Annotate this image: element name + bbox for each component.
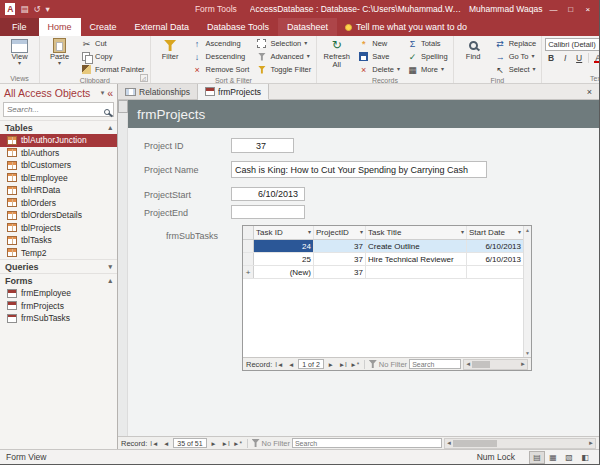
new-record-button[interactable]: ►* (233, 438, 243, 449)
new-row-selector[interactable]: + (243, 266, 254, 278)
filter-status[interactable]: No Filter (369, 360, 407, 369)
next-record-button[interactable]: ► (209, 438, 219, 449)
sidebar-item-tblAuthors[interactable]: tblAuthors (0, 147, 117, 160)
sidebar-item-tblOrdersDetails[interactable]: tblOrdersDetails (0, 209, 117, 222)
sidebar-item-tblEmployee[interactable]: tblEmployee (0, 172, 117, 185)
column-header-task-id[interactable]: Task ID ▾ (254, 226, 314, 239)
sidebar-item-tblCustomers[interactable]: tblCustomers (0, 159, 117, 172)
quick-access-dropdown-icon[interactable]: ▾ (46, 4, 50, 14)
descending-button[interactable]: ↓ Descending (190, 50, 252, 63)
filter-button[interactable]: Filter (154, 37, 187, 61)
find-button[interactable]: Find (457, 37, 490, 61)
scroll-right-icon[interactable]: ► (588, 440, 594, 446)
cell-start-date[interactable] (467, 266, 523, 278)
cell-projectid[interactable]: 37 (314, 266, 366, 278)
column-header-task-title[interactable]: Task Title ▾ (366, 226, 467, 239)
row-selector[interactable] (243, 240, 254, 252)
cell-task-title[interactable]: Hire Technical Reviewer (366, 253, 467, 265)
scrollbar-thumb[interactable] (453, 440, 497, 447)
subform-search-box[interactable] (409, 359, 461, 369)
delete-button[interactable]: × Delete ▾ (356, 63, 402, 76)
navigation-search-input[interactable] (7, 105, 102, 114)
font-name-combo[interactable]: Calibri (Detail) ▾ (545, 38, 599, 51)
advanced-button[interactable]: Advanced ▾ (254, 50, 313, 63)
save-icon[interactable]: ▤ (20, 4, 28, 14)
tab-file[interactable]: File (0, 18, 39, 36)
form-record-selector[interactable] (118, 100, 128, 113)
paste-button[interactable]: Paste ▾ (43, 37, 76, 66)
cut-button[interactable]: ✂ Cut (79, 37, 147, 50)
spelling-button[interactable]: ✓ Spelling (405, 50, 450, 63)
ascending-button[interactable]: ↑ Ascending (190, 37, 252, 50)
cell-start-date[interactable]: 6/10/2013 (467, 253, 523, 265)
previous-record-button[interactable]: ◄ (161, 438, 171, 449)
tell-me-box[interactable]: Tell me what you want to do (337, 18, 475, 36)
new-record-button[interactable]: * New (356, 37, 402, 50)
row-selector[interactable] (243, 253, 254, 265)
cell-task-id[interactable]: 25 (254, 253, 314, 265)
selection-button[interactable]: Selection ▾ (254, 37, 313, 50)
datasheet-corner-selector[interactable] (243, 226, 254, 239)
sort-filter-arrow-icon[interactable]: ▾ (308, 230, 311, 235)
last-record-button[interactable]: ►I (221, 438, 231, 449)
tab-home[interactable]: Home (39, 18, 81, 36)
copy-button[interactable]: Copy (79, 50, 147, 63)
close-button[interactable]: × (582, 5, 594, 14)
project-end-field[interactable] (231, 205, 305, 219)
next-record-button[interactable]: ► (326, 359, 336, 370)
doc-tab-relationships[interactable]: Relationships (118, 84, 198, 99)
save-record-button[interactable]: Save (356, 50, 402, 63)
cell-task-id[interactable]: (New) (254, 266, 314, 278)
scroll-up-icon[interactable]: ▲ (525, 227, 530, 233)
doc-tab-frmProjects[interactable]: frmProjects (198, 84, 269, 100)
toggle-filter-button[interactable]: Toggle Filter (254, 63, 313, 76)
replace-button[interactable]: ⇄ Replace (493, 37, 539, 50)
cell-task-title[interactable]: Create Outline (366, 240, 467, 252)
cell-task-id[interactable]: 24 (254, 240, 314, 252)
sidebar-item-tblTasks[interactable]: tblTasks (0, 234, 117, 247)
tab-database-tools[interactable]: Database Tools (198, 18, 278, 36)
form-horizontal-scrollbar[interactable]: ◄ ► (444, 438, 596, 449)
form-search-box[interactable] (292, 438, 442, 448)
tab-datasheet[interactable]: Datasheet (278, 18, 337, 36)
form-search-input[interactable] (295, 440, 439, 447)
chevron-down-icon[interactable]: ▾ (101, 89, 105, 97)
new-record-button[interactable]: ►* (350, 359, 360, 370)
sidebar-item-frmProjects[interactable]: frmProjects (0, 300, 117, 313)
minimize-button[interactable]: — (547, 5, 559, 14)
first-record-button[interactable]: I◄ (274, 359, 284, 370)
underline-button[interactable]: U (573, 52, 585, 64)
sidebar-item-tblAuthorJunction[interactable]: tblAuthorJunction (0, 134, 117, 147)
undo-icon[interactable]: ↺ (33, 4, 40, 14)
sidebar-item-frmEmployee[interactable]: frmEmployee (0, 287, 117, 300)
form-view-button[interactable]: ▤ (529, 451, 545, 464)
scroll-left-icon[interactable]: ◄ (465, 361, 471, 367)
select-button[interactable]: ↖ Select ▾ (493, 63, 539, 76)
sidebar-item-Temp2[interactable]: Temp2 (0, 247, 117, 260)
shutter-bar-icon[interactable]: « (107, 87, 113, 99)
more-button[interactable]: ▦ More ▾ (405, 63, 450, 76)
subform-horizontal-scrollbar[interactable]: ◄ ► (463, 359, 528, 370)
design-view-button[interactable]: ◧ (577, 451, 593, 464)
scroll-down-icon[interactable]: ▼ (525, 350, 530, 356)
layout-view-button[interactable]: ▧ (561, 451, 577, 464)
remove-sort-button[interactable]: × Remove Sort (190, 63, 252, 76)
project-name-field[interactable]: Cash is King: How to Cut Your Spending b… (231, 161, 487, 178)
tab-create[interactable]: Create (81, 18, 126, 36)
project-id-field[interactable]: 37 (231, 138, 294, 153)
cell-projectid[interactable]: 37 (314, 253, 366, 265)
sidebar-item-frmSubTasks[interactable]: frmSubTasks (0, 312, 117, 325)
format-painter-button[interactable]: Format Painter (79, 63, 147, 76)
column-header-start-date[interactable]: Start Date ▾ (467, 226, 523, 239)
font-color-button[interactable]: A (592, 52, 599, 64)
go-to-button[interactable]: → Go To ▾ (493, 50, 539, 63)
last-record-button[interactable]: ►I (338, 359, 348, 370)
group-header-queries[interactable]: Queries ▾ (0, 259, 117, 273)
totals-button[interactable]: Σ Totals (405, 37, 450, 50)
tab-external-data[interactable]: External Data (126, 18, 199, 36)
column-header-projectid[interactable]: ProjectID ▾ (314, 226, 366, 239)
scroll-left-icon[interactable]: ◄ (446, 440, 452, 446)
cell-projectid[interactable]: 37 (314, 240, 366, 252)
view-button[interactable]: View ▾ (3, 37, 36, 66)
sidebar-item-tblOrders[interactable]: tblOrders (0, 197, 117, 210)
